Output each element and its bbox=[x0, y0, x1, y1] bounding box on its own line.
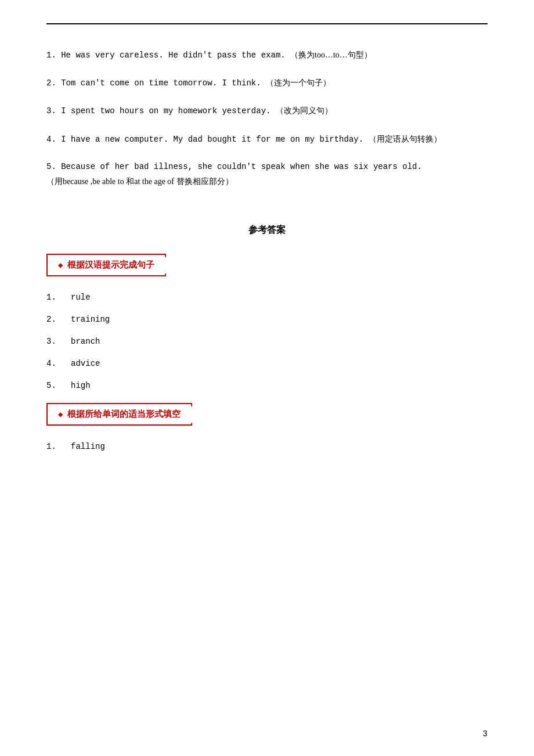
questions-section: 1. He was very careless. He didn't pass … bbox=[46, 48, 488, 189]
question-note-5: （用because ,be able to 和at the age of 替换相… bbox=[46, 177, 233, 186]
question-item-2: 2. Tom can't come on time tomorrow. I th… bbox=[46, 75, 488, 91]
question-number-5: 5. bbox=[46, 162, 56, 171]
section1-label-inner: ◆ 根据汉语提示完成句子 bbox=[58, 260, 154, 271]
answer-s1-4: 4. advice bbox=[46, 359, 488, 368]
page-number: 3 bbox=[483, 729, 488, 739]
question-text-1: He was very careless. He didn't pass the… bbox=[61, 51, 285, 60]
question-text-4: I have a new computer. My dad bought it … bbox=[61, 135, 363, 144]
question-text-5: Because of her bad illness, she couldn't… bbox=[61, 162, 422, 171]
section2-block: ◆ 根据所给单词的适当形式填空 1. falling bbox=[46, 403, 488, 451]
answer-s1-2: 2. training bbox=[46, 315, 488, 324]
answer-s1-5: 5. high bbox=[46, 381, 488, 390]
question-note-4: （用定语从句转换） bbox=[369, 135, 442, 143]
answer-s1-1: 1. rule bbox=[46, 293, 488, 302]
answer-s1-4-val: advice bbox=[71, 359, 100, 368]
question-note-3: （改为同义句） bbox=[276, 106, 333, 115]
question-text-2: Tom can't come on time tomorrow. I think… bbox=[61, 78, 261, 88]
diamond-icon-2: ◆ bbox=[58, 409, 63, 419]
answer-s1-1-num: 1. bbox=[46, 293, 56, 302]
answer-s1-3-val: branch bbox=[71, 337, 100, 346]
answer-s1-3-num: 3. bbox=[46, 337, 56, 346]
question-text-3: I spent two hours on my homework yesterd… bbox=[61, 106, 270, 116]
answer-s1-5-num: 5. bbox=[46, 381, 56, 390]
answer-s2-1-num: 1. bbox=[46, 442, 56, 451]
question-number-2: 2. bbox=[46, 78, 56, 88]
answer-s1-3: 3. branch bbox=[46, 337, 488, 346]
answer-s1-4-num: 4. bbox=[46, 359, 56, 368]
top-border bbox=[46, 23, 488, 24]
question-number-1: 1. bbox=[46, 51, 56, 60]
question-note-2: （连为一个句子） bbox=[266, 78, 331, 87]
question-item-1: 1. He was very careless. He didn't pass … bbox=[46, 48, 488, 63]
page-container: 1. He was very careless. He didn't pass … bbox=[0, 0, 534, 756]
reference-section: 参考答案 ◆ 根据汉语提示完成句子 1. rule 2. training bbox=[46, 224, 488, 451]
section2-label: ◆ 根据所给单词的适当形式填空 bbox=[46, 403, 192, 426]
answer-s1-2-val: training bbox=[71, 315, 110, 324]
section1-label: ◆ 根据汉语提示完成句子 bbox=[46, 254, 166, 276]
section1-label-text: 根据汉语提示完成句子 bbox=[67, 260, 154, 271]
question-number-3: 3. bbox=[46, 106, 56, 116]
section2-label-text: 根据所给单词的适当形式填空 bbox=[67, 409, 181, 420]
question-number-4: 4. bbox=[46, 135, 56, 144]
question-item-5: 5. Because of her bad illness, she could… bbox=[46, 160, 488, 189]
section2-label-inner: ◆ 根据所给单词的适当形式填空 bbox=[58, 409, 181, 420]
answer-s2-1-val: falling bbox=[71, 442, 105, 451]
section1-block: ◆ 根据汉语提示完成句子 1. rule 2. training 3. bran… bbox=[46, 254, 488, 390]
question-item-4: 4. I have a new computer. My dad bought … bbox=[46, 132, 488, 147]
answer-s2-1: 1. falling bbox=[46, 442, 488, 451]
reference-title: 参考答案 bbox=[46, 224, 488, 236]
answer-s1-1-val: rule bbox=[71, 293, 91, 302]
question-item-3: 3. I spent two hours on my homework yest… bbox=[46, 103, 488, 118]
answer-s1-5-val: high bbox=[71, 381, 91, 390]
question-note-1: （换为too…to…句型） bbox=[290, 51, 372, 59]
diamond-icon-1: ◆ bbox=[58, 260, 63, 270]
section1-answers: 1. rule 2. training 3. branch 4. advice bbox=[46, 293, 488, 390]
section2-answers: 1. falling bbox=[46, 442, 488, 451]
answer-s1-2-num: 2. bbox=[46, 315, 56, 324]
